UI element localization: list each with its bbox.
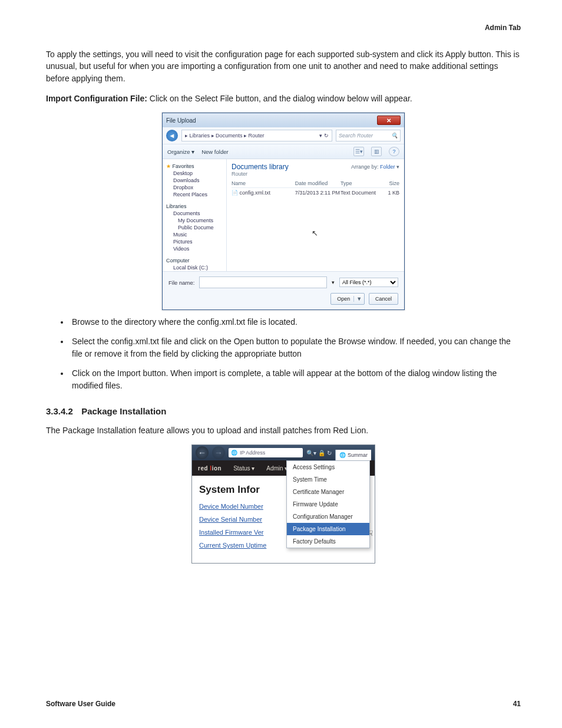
system-info-panel: System Infor Device Model Number Device … xyxy=(192,476,266,563)
link-serial[interactable]: Device Serial Number xyxy=(199,516,266,523)
cursor-icon: ↖ xyxy=(312,229,318,238)
open-button[interactable]: Open▼ xyxy=(330,293,365,305)
section-number: 3.3.4.2 xyxy=(46,406,79,416)
breadcrumb[interactable]: ▸ Libraries ▸ Documents ▸ Router ▾ ↻ xyxy=(181,130,332,141)
preview-icon[interactable]: ▥ xyxy=(371,147,382,156)
footer-left: Software User Guide xyxy=(46,700,115,708)
page-header: Admin Tab xyxy=(46,24,521,32)
chevron-down-icon[interactable]: ▾ ↻ xyxy=(319,133,329,139)
dd-package[interactable]: Package Installation☟ xyxy=(287,523,369,535)
menu-admin[interactable]: Admin ▾ xyxy=(266,465,287,472)
file-upload-dialog: File Upload ✕ ◄ ▸ Libraries ▸ Documents … xyxy=(162,113,405,310)
import-label: Import Configuration File: xyxy=(46,94,150,103)
library-subtitle: Router xyxy=(232,171,399,177)
dialog-toolbar: Organize ▾ New folder ☰▾ ▥ ? xyxy=(163,144,404,159)
logo: red lion xyxy=(198,465,222,472)
instruction-list: Browse to the directory where the config… xyxy=(46,316,521,392)
list-item: Select the config.xml.txt file and click… xyxy=(70,335,521,360)
search-placeholder: Search Router xyxy=(339,133,373,139)
paragraph-apply: To apply the settings, you will need to … xyxy=(46,48,521,84)
paragraph-import: Import Configuration File: Click on the … xyxy=(46,93,521,104)
filetype-select[interactable]: All Files (*.*) xyxy=(339,278,398,287)
new-folder-button[interactable]: New folder xyxy=(201,149,228,155)
dd-firmware[interactable]: Firmware Update xyxy=(287,498,369,510)
list-item: Click on the Import button. When import … xyxy=(70,367,521,392)
footer-right: 41 xyxy=(513,700,521,708)
help-icon[interactable]: ? xyxy=(389,147,399,156)
table-row[interactable]: 📄 config.xml.txt 7/31/2013 2:11 PM Text … xyxy=(232,190,399,196)
admin-dropdown[interactable]: Access Settings System Time Certificate … xyxy=(286,460,370,548)
forward-icon[interactable]: → xyxy=(212,446,225,459)
section-heading: 3.3.4.2 Package Installation xyxy=(46,406,521,416)
nav-tree[interactable]: ★ Favorites Desktop Downloads Dropbox Re… xyxy=(163,159,227,271)
admin-menu-screenshot: ← → 🌐 IP Address 🔍▾ 🔒 ↻ 🌐Summar red lion… xyxy=(191,444,375,564)
organize-menu[interactable]: Organize ▾ xyxy=(167,149,194,155)
dialog-navbar: ◄ ▸ Libraries ▸ Documents ▸ Router ▾ ↻ S… xyxy=(163,127,404,144)
panel-title: System Infor xyxy=(199,484,266,496)
view-icon[interactable]: ☰▾ xyxy=(353,147,364,156)
search-input[interactable]: Search Router 🔍 xyxy=(336,130,401,141)
dialog-title: File Upload xyxy=(166,117,196,124)
back-icon[interactable]: ← xyxy=(196,446,209,459)
browser-icons[interactable]: 🔍▾ 🔒 ↻ xyxy=(306,450,332,456)
link-uptime[interactable]: Current System Uptime xyxy=(199,542,266,549)
dialog-titlebar[interactable]: File Upload ✕ xyxy=(163,113,404,127)
browser-bar: ← → 🌐 IP Address 🔍▾ 🔒 ↻ 🌐Summar xyxy=(192,445,375,460)
search-icon: 🔍 xyxy=(391,133,398,139)
dd-access[interactable]: Access Settings xyxy=(287,461,369,473)
dd-factory[interactable]: Factory Defaults xyxy=(287,535,369,548)
menu-status[interactable]: Status ▾ xyxy=(233,465,254,472)
section-title: Package Installation xyxy=(81,406,166,416)
back-icon[interactable]: ◄ xyxy=(166,130,178,141)
browser-tab[interactable]: 🌐Summar xyxy=(335,450,371,460)
link-model[interactable]: Device Model Number xyxy=(199,503,266,510)
dd-cert[interactable]: Certificate Manager xyxy=(287,486,369,498)
file-list[interactable]: Documents library Router Arrange by: Fol… xyxy=(227,159,404,271)
hand-cursor-icon: ☟ xyxy=(369,529,373,538)
filename-label: File name: xyxy=(168,279,194,286)
paragraph-package: The Package Installation feature allows … xyxy=(46,424,521,436)
breadcrumb-text: ▸ Libraries ▸ Documents ▸ Router xyxy=(185,133,265,139)
filename-input[interactable] xyxy=(199,276,327,288)
close-icon[interactable]: ✕ xyxy=(377,116,401,125)
cancel-button[interactable]: Cancel xyxy=(369,293,398,305)
arrange-by[interactable]: Arrange by: Folder ▾ xyxy=(351,164,399,170)
list-item: Browse to the directory where the config… xyxy=(70,316,521,328)
dd-time[interactable]: System Time xyxy=(287,473,369,486)
globe-icon: 🌐 xyxy=(231,450,237,456)
link-firmware[interactable]: Installed Firmware Ver xyxy=(199,529,266,536)
dialog-footer: File name: ▾ All Files (*.*) Open▼ Cance… xyxy=(163,271,404,309)
import-text: Click on the Select File button, and the… xyxy=(150,94,412,103)
address-bar[interactable]: 🌐 IP Address xyxy=(229,448,303,457)
column-headers[interactable]: Name Date modified Type Size xyxy=(232,180,399,188)
address-text: IP Address xyxy=(240,450,265,456)
dd-config[interactable]: Configuration Manager xyxy=(287,510,369,523)
